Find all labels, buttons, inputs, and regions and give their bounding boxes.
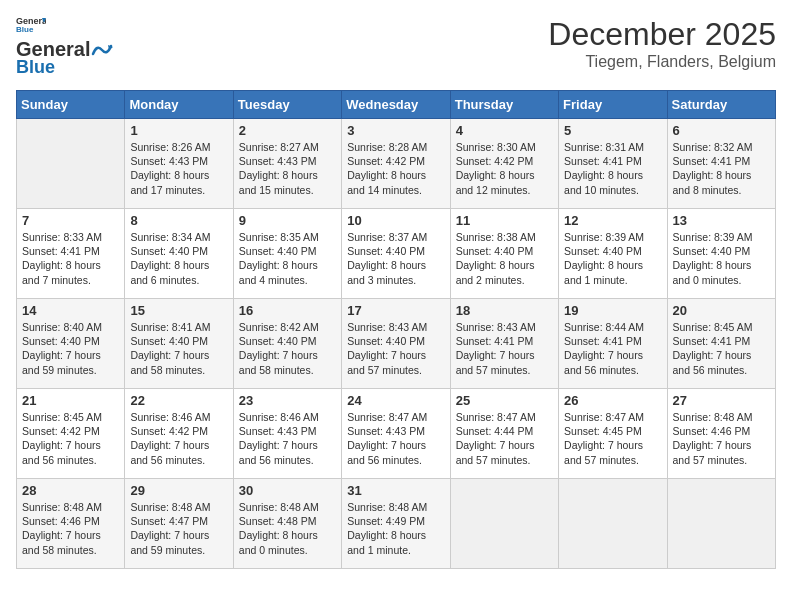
day-number: 8 [130,213,227,228]
day-number: 24 [347,393,444,408]
day-header-friday: Friday [559,91,667,119]
calendar-cell: 31Sunrise: 8:48 AMSunset: 4:49 PMDayligh… [342,479,450,569]
day-info: Sunrise: 8:30 AMSunset: 4:42 PMDaylight:… [456,140,553,197]
calendar-cell [450,479,558,569]
location-subtitle: Tiegem, Flanders, Belgium [548,53,776,71]
day-number: 12 [564,213,661,228]
day-number: 25 [456,393,553,408]
day-number: 13 [673,213,770,228]
calendar-cell: 5Sunrise: 8:31 AMSunset: 4:41 PMDaylight… [559,119,667,209]
logo-blue: Blue [16,57,55,78]
day-info: Sunrise: 8:27 AMSunset: 4:43 PMDaylight:… [239,140,336,197]
calendar-cell: 7Sunrise: 8:33 AMSunset: 4:41 PMDaylight… [17,209,125,299]
day-number: 21 [22,393,119,408]
calendar-cell [17,119,125,209]
calendar-cell: 20Sunrise: 8:45 AMSunset: 4:41 PMDayligh… [667,299,775,389]
calendar-cell: 10Sunrise: 8:37 AMSunset: 4:40 PMDayligh… [342,209,450,299]
day-number: 20 [673,303,770,318]
calendar-cell: 13Sunrise: 8:39 AMSunset: 4:40 PMDayligh… [667,209,775,299]
calendar-cell: 28Sunrise: 8:48 AMSunset: 4:46 PMDayligh… [17,479,125,569]
day-header-wednesday: Wednesday [342,91,450,119]
day-info: Sunrise: 8:26 AMSunset: 4:43 PMDaylight:… [130,140,227,197]
day-number: 2 [239,123,336,138]
day-number: 18 [456,303,553,318]
calendar-cell [667,479,775,569]
title-block: December 2025 Tiegem, Flanders, Belgium [548,16,776,71]
day-number: 30 [239,483,336,498]
day-number: 9 [239,213,336,228]
calendar-cell: 9Sunrise: 8:35 AMSunset: 4:40 PMDaylight… [233,209,341,299]
calendar-week-row: 21Sunrise: 8:45 AMSunset: 4:42 PMDayligh… [17,389,776,479]
day-info: Sunrise: 8:32 AMSunset: 4:41 PMDaylight:… [673,140,770,197]
day-number: 15 [130,303,227,318]
calendar-cell: 3Sunrise: 8:28 AMSunset: 4:42 PMDaylight… [342,119,450,209]
day-number: 29 [130,483,227,498]
day-info: Sunrise: 8:40 AMSunset: 4:40 PMDaylight:… [22,320,119,377]
day-number: 17 [347,303,444,318]
calendar-cell: 18Sunrise: 8:43 AMSunset: 4:41 PMDayligh… [450,299,558,389]
calendar-cell: 4Sunrise: 8:30 AMSunset: 4:42 PMDaylight… [450,119,558,209]
day-info: Sunrise: 8:39 AMSunset: 4:40 PMDaylight:… [564,230,661,287]
day-header-sunday: Sunday [17,91,125,119]
day-info: Sunrise: 8:42 AMSunset: 4:40 PMDaylight:… [239,320,336,377]
day-info: Sunrise: 8:47 AMSunset: 4:44 PMDaylight:… [456,410,553,467]
day-info: Sunrise: 8:48 AMSunset: 4:46 PMDaylight:… [22,500,119,557]
day-number: 10 [347,213,444,228]
calendar-week-row: 7Sunrise: 8:33 AMSunset: 4:41 PMDaylight… [17,209,776,299]
day-header-monday: Monday [125,91,233,119]
calendar-cell: 8Sunrise: 8:34 AMSunset: 4:40 PMDaylight… [125,209,233,299]
day-info: Sunrise: 8:47 AMSunset: 4:43 PMDaylight:… [347,410,444,467]
calendar-cell: 11Sunrise: 8:38 AMSunset: 4:40 PMDayligh… [450,209,558,299]
calendar-week-row: 14Sunrise: 8:40 AMSunset: 4:40 PMDayligh… [17,299,776,389]
day-info: Sunrise: 8:43 AMSunset: 4:40 PMDaylight:… [347,320,444,377]
day-info: Sunrise: 8:48 AMSunset: 4:47 PMDaylight:… [130,500,227,557]
day-info: Sunrise: 8:48 AMSunset: 4:46 PMDaylight:… [673,410,770,467]
calendar-cell: 17Sunrise: 8:43 AMSunset: 4:40 PMDayligh… [342,299,450,389]
day-number: 23 [239,393,336,408]
day-info: Sunrise: 8:45 AMSunset: 4:41 PMDaylight:… [673,320,770,377]
day-number: 19 [564,303,661,318]
calendar-cell: 2Sunrise: 8:27 AMSunset: 4:43 PMDaylight… [233,119,341,209]
day-info: Sunrise: 8:41 AMSunset: 4:40 PMDaylight:… [130,320,227,377]
calendar-cell: 24Sunrise: 8:47 AMSunset: 4:43 PMDayligh… [342,389,450,479]
day-info: Sunrise: 8:37 AMSunset: 4:40 PMDaylight:… [347,230,444,287]
day-number: 27 [673,393,770,408]
calendar-header-row: SundayMondayTuesdayWednesdayThursdayFrid… [17,91,776,119]
day-info: Sunrise: 8:46 AMSunset: 4:42 PMDaylight:… [130,410,227,467]
day-info: Sunrise: 8:28 AMSunset: 4:42 PMDaylight:… [347,140,444,197]
day-number: 31 [347,483,444,498]
day-number: 14 [22,303,119,318]
calendar-cell: 6Sunrise: 8:32 AMSunset: 4:41 PMDaylight… [667,119,775,209]
day-info: Sunrise: 8:33 AMSunset: 4:41 PMDaylight:… [22,230,119,287]
calendar-cell: 29Sunrise: 8:48 AMSunset: 4:47 PMDayligh… [125,479,233,569]
day-info: Sunrise: 8:35 AMSunset: 4:40 PMDaylight:… [239,230,336,287]
day-info: Sunrise: 8:44 AMSunset: 4:41 PMDaylight:… [564,320,661,377]
day-number: 28 [22,483,119,498]
calendar-cell: 1Sunrise: 8:26 AMSunset: 4:43 PMDaylight… [125,119,233,209]
day-info: Sunrise: 8:45 AMSunset: 4:42 PMDaylight:… [22,410,119,467]
calendar-cell: 25Sunrise: 8:47 AMSunset: 4:44 PMDayligh… [450,389,558,479]
day-number: 5 [564,123,661,138]
day-info: Sunrise: 8:47 AMSunset: 4:45 PMDaylight:… [564,410,661,467]
calendar-cell: 26Sunrise: 8:47 AMSunset: 4:45 PMDayligh… [559,389,667,479]
calendar-cell: 19Sunrise: 8:44 AMSunset: 4:41 PMDayligh… [559,299,667,389]
day-info: Sunrise: 8:48 AMSunset: 4:49 PMDaylight:… [347,500,444,557]
day-info: Sunrise: 8:39 AMSunset: 4:40 PMDaylight:… [673,230,770,287]
day-number: 11 [456,213,553,228]
page-header: General Blue General Blue December 2025 … [16,16,776,78]
logo-icon: General Blue [16,16,46,34]
day-number: 3 [347,123,444,138]
calendar-cell: 21Sunrise: 8:45 AMSunset: 4:42 PMDayligh… [17,389,125,479]
day-number: 6 [673,123,770,138]
calendar-cell: 22Sunrise: 8:46 AMSunset: 4:42 PMDayligh… [125,389,233,479]
calendar-cell: 23Sunrise: 8:46 AMSunset: 4:43 PMDayligh… [233,389,341,479]
day-info: Sunrise: 8:46 AMSunset: 4:43 PMDaylight:… [239,410,336,467]
day-info: Sunrise: 8:43 AMSunset: 4:41 PMDaylight:… [456,320,553,377]
svg-text:Blue: Blue [16,25,34,34]
calendar-cell [559,479,667,569]
svg-text:General: General [16,16,46,26]
day-header-saturday: Saturday [667,91,775,119]
logo-wave-icon [91,42,113,58]
logo: General Blue General Blue [16,16,114,78]
day-number: 7 [22,213,119,228]
